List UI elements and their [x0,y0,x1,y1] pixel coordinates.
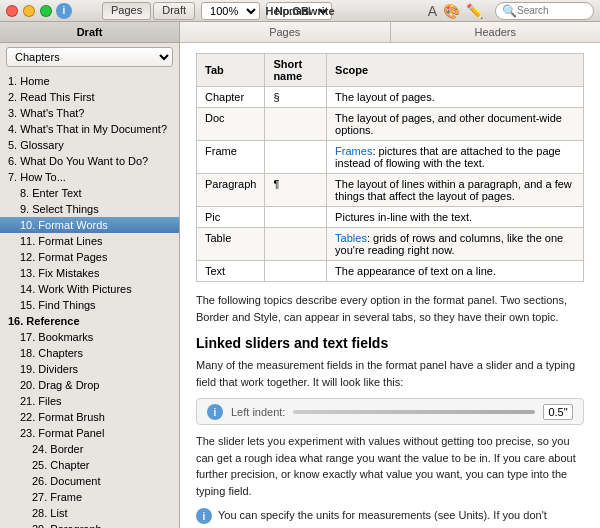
title-bar: i Pages Draft 100% Normal Help.GBwrite A… [0,0,600,22]
maximize-button[interactable] [40,5,52,17]
traffic-lights [6,5,52,17]
sidebar-item-1[interactable]: 1. Home [0,73,179,89]
sidebar-item-6[interactable]: 6. What Do You Want to Do? [0,153,179,169]
cell-short: ¶ [265,174,327,207]
cell-scope: Tables: grids of rows and columns, like … [327,228,584,261]
sidebar-item-20[interactable]: 20. Drag & Drop [0,377,179,393]
table-row: Text The appearance of text on a line. [197,261,584,282]
cell-scope: The layout of lines within a paragraph, … [327,174,584,207]
search-icon: 🔍 [502,4,517,18]
sidebar-list: 1. Home 2. Read This First 3. What's Tha… [0,71,179,528]
content-tab-headers[interactable]: Headers [391,22,601,42]
sidebar-item-15[interactable]: 15. Find Things [0,297,179,313]
sidebar-item-29[interactable]: 29. Paragraph [0,521,179,528]
intro-text: The following topics describe every opti… [196,292,584,325]
content-area: Pages Headers Tab Short name Scope Chapt… [180,22,600,528]
sidebar-item-11[interactable]: 11. Format Lines [0,233,179,249]
slider-label: Left indent: [231,406,285,418]
section-text: Many of the measurement fields in the fo… [196,357,584,390]
info-icon: i [56,3,72,19]
sidebar-item-2[interactable]: 2. Read This First [0,89,179,105]
table-row: Table Tables: grids of rows and columns,… [197,228,584,261]
cell-short [265,108,327,141]
table-row: Frame Frames: pictures that are attached… [197,141,584,174]
minimize-button[interactable] [23,5,35,17]
info-block: i You can specify the units for measurem… [196,507,584,528]
tab-pages[interactable]: Pages [102,2,151,20]
slider-track[interactable] [293,410,535,414]
slider-value: 0.5" [543,404,573,420]
sidebar-item-5[interactable]: 5. Glossary [0,137,179,153]
table-row: Pic Pictures in-line with the text. [197,207,584,228]
sidebar-item-9[interactable]: 9. Select Things [0,201,179,217]
table-row: Paragraph ¶ The layout of lines within a… [197,174,584,207]
sidebar-item-8[interactable]: 8. Enter Text [0,185,179,201]
sidebar-item-26[interactable]: 26. Document [0,473,179,489]
sidebar-item-27[interactable]: 27. Frame [0,489,179,505]
sidebar-dropdown[interactable]: Chapters [6,47,173,67]
sidebar-item-24[interactable]: 24. Border [0,441,179,457]
sidebar-item-7[interactable]: 7. How To... [0,169,179,185]
sidebar-item-21[interactable]: 21. Files [0,393,179,409]
frames-link[interactable]: Frames [335,145,372,157]
col-shortname: Short name [265,54,327,87]
cell-tab: Doc [197,108,265,141]
cell-tab: Table [197,228,265,261]
table-row: Doc The layout of pages, and other docum… [197,108,584,141]
sidebar-item-14[interactable]: 14. Work With Pictures [0,281,179,297]
cell-scope: Frames: pictures that are attached to th… [327,141,584,174]
sidebar-item-16[interactable]: 16. Reference [0,313,179,329]
search-box: 🔍 [495,2,594,20]
sidebar: Draft Chapters 1. Home 2. Read This Firs… [0,22,180,528]
sidebar-item-28[interactable]: 28. List [0,505,179,521]
help-table: Tab Short name Scope Chapter § The layou… [196,53,584,282]
cell-tab: Text [197,261,265,282]
pen-icon: ✏️ [466,3,483,19]
content-tab-pages[interactable]: Pages [180,22,391,42]
sidebar-item-23[interactable]: 23. Format Panel [0,425,179,441]
cell-scope: The layout of pages, and other document-… [327,108,584,141]
sidebar-item-22[interactable]: 22. Format Brush [0,409,179,425]
col-scope: Scope [327,54,584,87]
tab-draft[interactable]: Draft [153,2,195,20]
toolbar-icons: A 🎨 ✏️ 🔍 [428,2,594,20]
main-layout: Draft Chapters 1. Home 2. Read This Firs… [0,22,600,528]
cell-short [265,228,327,261]
color-icon: 🎨 [443,3,460,19]
sidebar-item-4[interactable]: 4. What's That in My Document? [0,121,179,137]
zoom-select[interactable]: 100% [201,2,260,20]
section-heading: Linked sliders and text fields [196,335,584,351]
col-tab: Tab [197,54,265,87]
sidebar-header: Draft [0,22,179,43]
sidebar-item-25[interactable]: 25. Chapter [0,457,179,473]
content-body: Tab Short name Scope Chapter § The layou… [180,43,600,528]
cell-tab: Frame [197,141,265,174]
search-input[interactable] [517,5,587,16]
sidebar-item-10[interactable]: 10. Format Words [0,217,179,233]
sidebar-item-12[interactable]: 12. Format Pages [0,249,179,265]
cell-short [265,141,327,174]
sidebar-item-13[interactable]: 13. Fix Mistakes [0,265,179,281]
cell-tab: Paragraph [197,174,265,207]
content-header: Pages Headers [180,22,600,43]
window-title: Help.GBwrite [265,5,334,17]
cell-scope: Pictures in-line with the text. [327,207,584,228]
sidebar-item-17[interactable]: 17. Bookmarks [0,329,179,345]
cell-short [265,261,327,282]
close-button[interactable] [6,5,18,17]
chapters-select[interactable]: Chapters [6,47,173,67]
cell-scope: The appearance of text on a line. [327,261,584,282]
sidebar-item-19[interactable]: 19. Dividers [0,361,179,377]
slider-info-icon: i [207,404,223,420]
sidebar-item-3[interactable]: 3. What's That? [0,105,179,121]
sidebar-item-18[interactable]: 18. Chapters [0,345,179,361]
cell-tab: Chapter [197,87,265,108]
font-icon: A [428,3,437,19]
info-text: You can specify the units for measuremen… [218,507,584,528]
slider-demo: i Left indent: 0.5" [196,398,584,425]
cell-tab: Pic [197,207,265,228]
tables-link[interactable]: Tables [335,232,367,244]
cell-short [265,207,327,228]
table-row: Chapter § The layout of pages. [197,87,584,108]
slider-description: The slider lets you experiment with valu… [196,433,584,499]
